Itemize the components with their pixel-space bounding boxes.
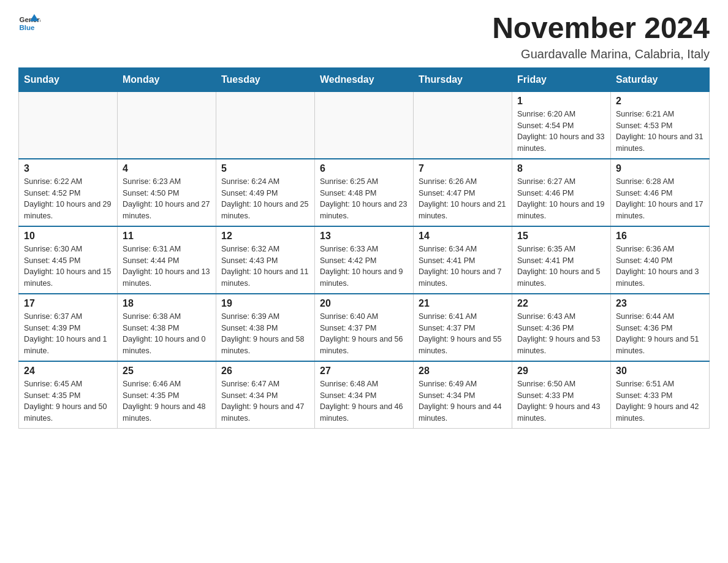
table-row: 6Sunrise: 6:25 AMSunset: 4:48 PMDaylight… (315, 159, 414, 226)
day-number: 8 (517, 163, 605, 174)
day-info: Sunrise: 6:33 AMSunset: 4:42 PMDaylight:… (320, 243, 408, 289)
month-title: November 2024 (492, 12, 710, 45)
day-info: Sunrise: 6:28 AMSunset: 4:46 PMDaylight:… (616, 176, 704, 222)
location-subtitle: Guardavalle Marina, Calabria, Italy (492, 47, 710, 61)
day-info: Sunrise: 6:49 AMSunset: 4:34 PMDaylight:… (419, 378, 507, 424)
day-number: 13 (320, 231, 408, 242)
day-info: Sunrise: 6:48 AMSunset: 4:34 PMDaylight:… (320, 378, 408, 424)
day-info: Sunrise: 6:24 AMSunset: 4:49 PMDaylight:… (221, 176, 309, 222)
calendar-week-row: 10Sunrise: 6:30 AMSunset: 4:45 PMDayligh… (19, 226, 710, 294)
day-info: Sunrise: 6:46 AMSunset: 4:35 PMDaylight:… (123, 378, 211, 424)
table-row: 23Sunrise: 6:44 AMSunset: 4:36 PMDayligh… (611, 294, 710, 361)
svg-text:Blue: Blue (19, 24, 35, 31)
day-info: Sunrise: 6:20 AMSunset: 4:54 PMDaylight:… (517, 109, 605, 155)
table-row (216, 91, 315, 159)
calendar-week-row: 24Sunrise: 6:45 AMSunset: 4:35 PMDayligh… (19, 361, 710, 429)
table-row: 24Sunrise: 6:45 AMSunset: 4:35 PMDayligh… (19, 361, 118, 429)
day-info: Sunrise: 6:27 AMSunset: 4:46 PMDaylight:… (517, 176, 605, 222)
header-sunday: Sunday (19, 67, 118, 91)
day-number: 11 (123, 231, 211, 242)
table-row: 27Sunrise: 6:48 AMSunset: 4:34 PMDayligh… (315, 361, 414, 429)
day-number: 30 (616, 366, 704, 377)
day-number: 15 (517, 231, 605, 242)
day-number: 3 (24, 163, 112, 174)
calendar-table: Sunday Monday Tuesday Wednesday Thursday… (18, 67, 710, 429)
day-number: 10 (24, 231, 112, 242)
day-number: 1 (517, 96, 605, 107)
table-row: 25Sunrise: 6:46 AMSunset: 4:35 PMDayligh… (118, 361, 216, 429)
table-row: 16Sunrise: 6:36 AMSunset: 4:40 PMDayligh… (611, 226, 710, 294)
table-row: 14Sunrise: 6:34 AMSunset: 4:41 PMDayligh… (414, 226, 512, 294)
day-info: Sunrise: 6:47 AMSunset: 4:34 PMDaylight:… (221, 378, 309, 424)
table-row: 18Sunrise: 6:38 AMSunset: 4:38 PMDayligh… (118, 294, 216, 361)
table-row: 19Sunrise: 6:39 AMSunset: 4:38 PMDayligh… (216, 294, 315, 361)
day-number: 20 (320, 298, 408, 309)
table-row: 2Sunrise: 6:21 AMSunset: 4:53 PMDaylight… (611, 91, 710, 159)
logo: General Blue (18, 12, 40, 34)
day-number: 19 (221, 298, 309, 309)
table-row: 3Sunrise: 6:22 AMSunset: 4:52 PMDaylight… (19, 159, 118, 226)
day-info: Sunrise: 6:50 AMSunset: 4:33 PMDaylight:… (517, 378, 605, 424)
day-number: 22 (517, 298, 605, 309)
day-number: 21 (419, 298, 507, 309)
table-row: 12Sunrise: 6:32 AMSunset: 4:43 PMDayligh… (216, 226, 315, 294)
calendar-week-row: 17Sunrise: 6:37 AMSunset: 4:39 PMDayligh… (19, 294, 710, 361)
day-number: 27 (320, 366, 408, 377)
table-row: 17Sunrise: 6:37 AMSunset: 4:39 PMDayligh… (19, 294, 118, 361)
day-info: Sunrise: 6:35 AMSunset: 4:41 PMDaylight:… (517, 243, 605, 289)
day-info: Sunrise: 6:37 AMSunset: 4:39 PMDaylight:… (24, 311, 112, 357)
day-info: Sunrise: 6:44 AMSunset: 4:36 PMDaylight:… (616, 311, 704, 357)
day-number: 29 (517, 366, 605, 377)
table-row (19, 91, 118, 159)
table-row: 30Sunrise: 6:51 AMSunset: 4:33 PMDayligh… (611, 361, 710, 429)
day-number: 28 (419, 366, 507, 377)
day-info: Sunrise: 6:43 AMSunset: 4:36 PMDaylight:… (517, 311, 605, 357)
day-number: 25 (123, 366, 211, 377)
day-info: Sunrise: 6:41 AMSunset: 4:37 PMDaylight:… (419, 311, 507, 357)
table-row: 1Sunrise: 6:20 AMSunset: 4:54 PMDaylight… (512, 91, 611, 159)
table-row: 11Sunrise: 6:31 AMSunset: 4:44 PMDayligh… (118, 226, 216, 294)
day-number: 9 (616, 163, 704, 174)
table-row: 20Sunrise: 6:40 AMSunset: 4:37 PMDayligh… (315, 294, 414, 361)
day-number: 18 (123, 298, 211, 309)
day-number: 6 (320, 163, 408, 174)
table-row: 9Sunrise: 6:28 AMSunset: 4:46 PMDaylight… (611, 159, 710, 226)
day-number: 23 (616, 298, 704, 309)
day-info: Sunrise: 6:26 AMSunset: 4:47 PMDaylight:… (419, 176, 507, 222)
day-info: Sunrise: 6:21 AMSunset: 4:53 PMDaylight:… (616, 109, 704, 155)
day-info: Sunrise: 6:32 AMSunset: 4:43 PMDaylight:… (221, 243, 309, 289)
day-info: Sunrise: 6:34 AMSunset: 4:41 PMDaylight:… (419, 243, 507, 289)
day-info: Sunrise: 6:30 AMSunset: 4:45 PMDaylight:… (24, 243, 112, 289)
day-number: 17 (24, 298, 112, 309)
header-monday: Monday (118, 67, 216, 91)
table-row: 4Sunrise: 6:23 AMSunset: 4:50 PMDaylight… (118, 159, 216, 226)
day-info: Sunrise: 6:51 AMSunset: 4:33 PMDaylight:… (616, 378, 704, 424)
table-row: 29Sunrise: 6:50 AMSunset: 4:33 PMDayligh… (512, 361, 611, 429)
table-row: 28Sunrise: 6:49 AMSunset: 4:34 PMDayligh… (414, 361, 512, 429)
calendar-week-row: 3Sunrise: 6:22 AMSunset: 4:52 PMDaylight… (19, 159, 710, 226)
header-wednesday: Wednesday (315, 67, 414, 91)
day-info: Sunrise: 6:25 AMSunset: 4:48 PMDaylight:… (320, 176, 408, 222)
day-number: 26 (221, 366, 309, 377)
day-headers-row: Sunday Monday Tuesday Wednesday Thursday… (19, 67, 710, 91)
day-info: Sunrise: 6:45 AMSunset: 4:35 PMDaylight:… (24, 378, 112, 424)
header-tuesday: Tuesday (216, 67, 315, 91)
table-row: 13Sunrise: 6:33 AMSunset: 4:42 PMDayligh… (315, 226, 414, 294)
day-info: Sunrise: 6:36 AMSunset: 4:40 PMDaylight:… (616, 243, 704, 289)
day-number: 7 (419, 163, 507, 174)
table-row: 22Sunrise: 6:43 AMSunset: 4:36 PMDayligh… (512, 294, 611, 361)
header-saturday: Saturday (611, 67, 710, 91)
logo-icon: General Blue (18, 12, 40, 34)
table-row: 5Sunrise: 6:24 AMSunset: 4:49 PMDaylight… (216, 159, 315, 226)
day-info: Sunrise: 6:23 AMSunset: 4:50 PMDaylight:… (123, 176, 211, 222)
day-info: Sunrise: 6:39 AMSunset: 4:38 PMDaylight:… (221, 311, 309, 357)
table-row: 8Sunrise: 6:27 AMSunset: 4:46 PMDaylight… (512, 159, 611, 226)
day-number: 14 (419, 231, 507, 242)
table-row (118, 91, 216, 159)
title-block: November 2024 Guardavalle Marina, Calabr… (492, 12, 710, 61)
header-friday: Friday (512, 67, 611, 91)
day-number: 12 (221, 231, 309, 242)
table-row: 7Sunrise: 6:26 AMSunset: 4:47 PMDaylight… (414, 159, 512, 226)
day-info: Sunrise: 6:31 AMSunset: 4:44 PMDaylight:… (123, 243, 211, 289)
table-row: 10Sunrise: 6:30 AMSunset: 4:45 PMDayligh… (19, 226, 118, 294)
